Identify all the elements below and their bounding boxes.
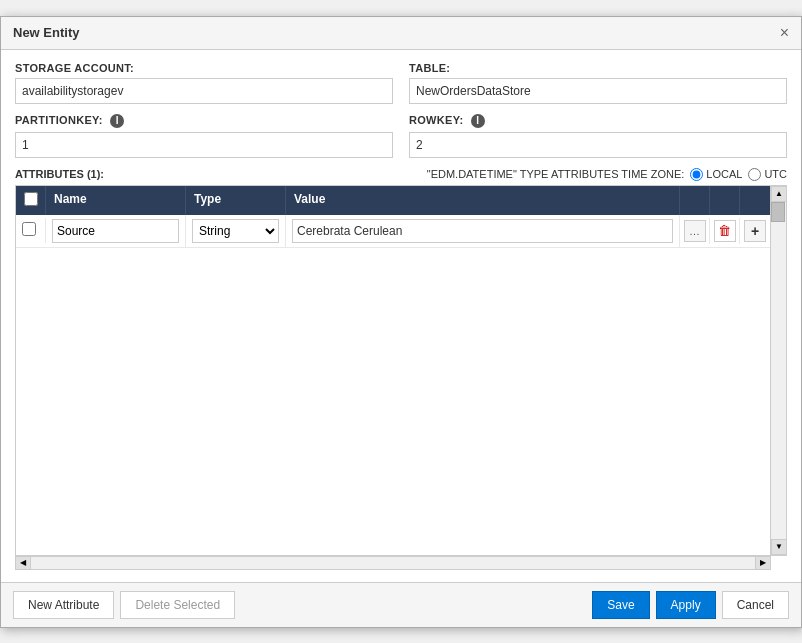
dialog-titlebar: New Entity × — [1, 17, 801, 50]
row-type-cell: String Binary Boolean DateTime Double Gu… — [186, 215, 286, 247]
cancel-button[interactable]: Cancel — [722, 591, 789, 619]
timezone-utc-radio[interactable] — [748, 168, 761, 181]
delete-icon: 🗑 — [718, 223, 731, 238]
row-value-input[interactable] — [292, 219, 673, 243]
table-row: String Binary Boolean DateTime Double Gu… — [16, 215, 770, 248]
header-type-cell: Type — [186, 186, 286, 215]
scrollbar-track — [771, 202, 786, 539]
horizontal-scrollbar-area: ◀ ▶ — [15, 556, 787, 570]
timezone-local-label[interactable]: LOCAL — [690, 168, 742, 181]
scroll-left-arrow[interactable]: ◀ — [15, 556, 31, 570]
timezone-utc-label[interactable]: UTC — [748, 168, 787, 181]
partition-row-row: PARTITIONKEY: i ROWKEY: i — [15, 114, 787, 158]
partition-key-input[interactable] — [15, 132, 393, 158]
row-name-input[interactable] — [52, 219, 179, 243]
scrollbar-thumb[interactable] — [771, 202, 785, 222]
dialog-title: New Entity — [13, 25, 79, 40]
header-checkbox-cell — [16, 186, 46, 215]
table-group: TABLE: — [409, 62, 787, 104]
timezone-local-radio[interactable] — [690, 168, 703, 181]
new-attribute-button[interactable]: New Attribute — [13, 591, 114, 619]
dialog-footer: New Attribute Delete Selected Save Apply… — [1, 582, 801, 627]
table-header: Name Type Value — [16, 186, 770, 215]
header-action3-cell — [740, 186, 770, 215]
partition-key-info-icon[interactable]: i — [110, 114, 124, 128]
row-key-label: ROWKEY: i — [409, 114, 787, 128]
header-action1-cell — [680, 186, 710, 215]
attributes-table: Name Type Value — [15, 185, 771, 556]
footer-left: New Attribute Delete Selected — [13, 591, 235, 619]
save-button[interactable]: Save — [592, 591, 649, 619]
dialog-body: STORAGE ACCOUNT: TABLE: PARTITIONKEY: i … — [1, 50, 801, 582]
row-key-group: ROWKEY: i — [409, 114, 787, 158]
row-more-button[interactable]: … — [684, 220, 706, 242]
vertical-scrollbar[interactable]: ▲ ▼ — [771, 185, 787, 556]
row-key-info-icon[interactable]: i — [471, 114, 485, 128]
scroll-up-arrow[interactable]: ▲ — [771, 186, 787, 202]
header-action2-cell — [710, 186, 740, 215]
row-action-delete-cell: 🗑 — [710, 218, 740, 244]
h-scroll-corner — [771, 556, 787, 570]
header-name-cell: Name — [46, 186, 186, 215]
storage-table-row: STORAGE ACCOUNT: TABLE: — [15, 62, 787, 104]
scroll-right-arrow[interactable]: ▶ — [755, 556, 771, 570]
row-action-more-cell: … — [680, 218, 710, 244]
attributes-table-area: Name Type Value — [15, 185, 787, 556]
delete-selected-button[interactable]: Delete Selected — [120, 591, 235, 619]
partition-key-label: PARTITIONKEY: i — [15, 114, 393, 128]
row-action-add-cell: + — [740, 218, 770, 244]
storage-account-group: STORAGE ACCOUNT: — [15, 62, 393, 104]
row-add-button[interactable]: + — [744, 220, 766, 242]
row-name-cell — [46, 215, 186, 247]
scroll-down-arrow[interactable]: ▼ — [771, 539, 787, 555]
row-value-cell — [286, 215, 680, 247]
attributes-header-row: ATTRIBUTES (1): "EDM.DATETIME" TYPE ATTR… — [15, 168, 787, 181]
header-value-cell: Value — [286, 186, 680, 215]
table-input[interactable] — [409, 78, 787, 104]
table-label: TABLE: — [409, 62, 787, 74]
h-scroll-track[interactable] — [31, 556, 755, 570]
row-checkbox[interactable] — [22, 222, 36, 236]
footer-right: Save Apply Cancel — [592, 591, 789, 619]
partition-key-group: PARTITIONKEY: i — [15, 114, 393, 158]
row-key-input[interactable] — [409, 132, 787, 158]
timezone-row: "EDM.DATETIME" TYPE ATTRIBUTES TIME ZONE… — [427, 168, 787, 181]
apply-button[interactable]: Apply — [656, 591, 716, 619]
storage-account-label: STORAGE ACCOUNT: — [15, 62, 393, 74]
row-checkbox-cell — [16, 218, 46, 243]
table-body: String Binary Boolean DateTime Double Gu… — [16, 215, 770, 555]
close-button[interactable]: × — [780, 25, 789, 41]
storage-account-input[interactable] — [15, 78, 393, 104]
attributes-label: ATTRIBUTES (1): — [15, 168, 104, 180]
row-type-select[interactable]: String Binary Boolean DateTime Double Gu… — [192, 219, 279, 243]
timezone-label-text: "EDM.DATETIME" TYPE ATTRIBUTES TIME ZONE… — [427, 168, 685, 180]
header-checkbox[interactable] — [24, 192, 38, 206]
row-delete-button[interactable]: 🗑 — [714, 220, 736, 242]
new-entity-dialog: New Entity × STORAGE ACCOUNT: TABLE: PAR… — [0, 16, 802, 628]
